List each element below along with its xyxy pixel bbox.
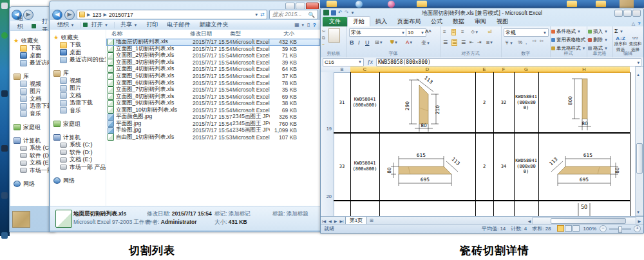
bold-button[interactable]: B: [350, 39, 354, 46]
fill-color-button[interactable]: ⛊▼: [390, 39, 398, 46]
normal-view-icon[interactable]: [557, 225, 564, 232]
cell-C19[interactable]: KWD58041(800x800): [352, 72, 378, 133]
desktop-icon[interactable]: [1, 90, 8, 97]
wrap-text-icon[interactable]: ⏎: [488, 29, 492, 35]
sidebar-item-share[interactable]: 市场一部 产品组（专用）: [10, 167, 55, 175]
align-middle-icon[interactable]: ≡: [451, 29, 456, 35]
formula-expand-icon[interactable]: ▼: [637, 60, 639, 65]
row-header-21[interactable]: [321, 201, 334, 216]
help-icon[interactable]: ?: [313, 22, 317, 28]
paste-button[interactable]: [328, 28, 340, 43]
view-options-icon[interactable]: ▦ ▼: [294, 22, 305, 28]
sidebar-group-computer[interactable]: 计算机: [10, 137, 55, 145]
autosum-button[interactable]: Σ ▼: [614, 28, 623, 34]
scroll-up-icon[interactable]: ▲: [636, 73, 640, 77]
column-header-name[interactable]: 名称: [106, 30, 190, 38]
zoom-level[interactable]: 100%: [583, 226, 596, 232]
address-bar[interactable]: ▶ 123 ▶ 20150717 ▼ ⇄: [77, 10, 267, 19]
close-button[interactable]: [632, 10, 641, 17]
tab-view[interactable]: 视图: [491, 17, 513, 26]
merge-center-icon[interactable]: ⧈▼: [486, 39, 493, 46]
hscroll-right-icon[interactable]: ▶: [636, 219, 643, 223]
orientation-icon[interactable]: ⟐▼: [471, 29, 478, 35]
sidebar-group-network[interactable]: 网络: [10, 180, 55, 188]
zoom-slider[interactable]: [609, 228, 631, 230]
last-sheet-icon[interactable]: ▶|: [338, 219, 345, 223]
desktop-icon[interactable]: [1, 232, 8, 239]
increase-decimal-icon[interactable]: ⁺⁰: [532, 39, 536, 45]
help-icon[interactable]: ?: [636, 21, 643, 26]
row-header-20[interactable]: 20: [321, 133, 334, 201]
align-bottom-icon[interactable]: ≡: [461, 29, 464, 35]
formula-input[interactable]: KWB58058(800x800)▼: [376, 58, 641, 66]
column-header-date[interactable]: 修改日期: [190, 30, 230, 38]
cell-C20[interactable]: KWD58041(800x800): [352, 133, 378, 200]
minimize-ribbon-icon[interactable]: △: [630, 21, 636, 26]
page-break-view-icon[interactable]: [573, 225, 580, 232]
insert-worksheet-icon[interactable]: ⊞: [367, 218, 376, 223]
sidebar-item-music[interactable]: 音乐: [10, 110, 55, 118]
column-header-type[interactable]: 类型: [230, 30, 267, 38]
tab-page-layout[interactable]: 页面布局: [392, 17, 426, 26]
sidebar-item-recent[interactable]: 最近访问的位置: [10, 59, 55, 67]
decrease-decimal-icon[interactable]: ⁰⁺: [540, 39, 544, 45]
grow-font-icon[interactable]: A˄: [425, 28, 431, 34]
refresh-icon[interactable]: ⇄: [260, 12, 265, 17]
search-input[interactable]: 搜索 2015... 🔍: [269, 10, 318, 19]
taskbar-folder-icon[interactable]: [417, 1, 427, 7]
tab-formulas[interactable]: 公式: [426, 17, 448, 26]
cell-G20[interactable]: KWD58041(800x800): [515, 133, 537, 200]
percent-icon[interactable]: %: [518, 39, 522, 45]
sidebar-group-network[interactable]: 网络: [50, 177, 106, 185]
print-button[interactable]: 打印: [143, 20, 161, 30]
sidebar-item-recent[interactable]: 最近访问的位置: [50, 56, 106, 64]
delete-cells-button[interactable]: 删除▼: [588, 37, 608, 43]
taskbar-folder-icon[interactable]: [567, 1, 577, 7]
table-row[interactable]: 自由图_1切割砖列表.xls2015/7/17 15:53Microsoft E…: [106, 134, 320, 141]
address-dropdown-icon[interactable]: ▼: [254, 13, 258, 17]
phonetic-button[interactable]: 变▼: [421, 39, 430, 46]
sidebar-group-libraries[interactable]: 库: [50, 70, 106, 77]
sidebar-group-homegroup[interactable]: 家庭组: [50, 120, 106, 128]
insert-cells-button[interactable]: 插入▼: [588, 28, 608, 35]
taskbar-browser-icon[interactable]: [355, 1, 363, 8]
desktop-icon[interactable]: [1, 32, 8, 39]
scrollbar-thumb[interactable]: [636, 143, 643, 174]
details-title-value[interactable]: 添加标题: [287, 210, 308, 217]
cell-G19[interactable]: KWD58041(800x800): [515, 72, 537, 133]
open-button[interactable]: 打开 ▼: [88, 20, 111, 30]
cell-B19[interactable]: 31: [334, 72, 350, 133]
back-icon[interactable]: ◀: [52, 10, 62, 20]
sidebar-item-music[interactable]: 音乐: [50, 107, 106, 115]
name-box[interactable]: C16▼: [323, 58, 364, 66]
zoom-out-icon[interactable]: −: [600, 225, 607, 232]
tab-data[interactable]: 数据: [448, 17, 469, 26]
explorer-titlebar[interactable]: [50, 1, 321, 9]
explorer-window[interactable]: ◀ ▶ ▶ 123 ▶ 20150717 ▼ ⇄ 搜索 2015... 🔍 组织…: [49, 1, 321, 232]
copy-icon[interactable]: ⧉: [322, 35, 325, 41]
tab-insert[interactable]: 插入: [370, 17, 392, 26]
cell-F20[interactable]: 34: [493, 133, 514, 200]
excel-window[interactable]: ↶ ↷ ▼ 地面层切割砖列表.xls [兼容模式] - Microsoft Ex…: [320, 8, 644, 234]
hscroll-left-icon[interactable]: ◀: [527, 219, 533, 223]
format-painter-icon[interactable]: ⌁: [322, 42, 325, 47]
tab-review[interactable]: 审阅: [469, 17, 491, 26]
taskbar-app-icon[interactable]: [388, 1, 395, 8]
cell-E19[interactable]: 2: [475, 72, 493, 133]
conditional-formatting-button[interactable]: 条件格式▼: [551, 28, 581, 35]
minimize-button[interactable]: [614, 10, 623, 17]
prev-sheet-icon[interactable]: ◀: [327, 219, 333, 223]
desktop-icon[interactable]: [1, 192, 8, 199]
scrollbar-thumb[interactable]: [551, 218, 626, 224]
cut-icon[interactable]: ✂: [322, 29, 326, 34]
cell-B20[interactable]: 33: [334, 133, 350, 200]
align-right-icon[interactable]: ☰: [461, 39, 466, 45]
restore-button[interactable]: [623, 10, 632, 17]
scroll-down-icon[interactable]: ▼: [636, 210, 640, 214]
tab-file[interactable]: 文件: [323, 17, 347, 26]
preview-pane-icon[interactable]: ▯: [307, 22, 310, 28]
sidebar-group-libraries[interactable]: 库: [10, 73, 55, 81]
sidebar-group-favorites[interactable]: ★收藏夹: [10, 37, 55, 45]
border-button[interactable]: ⊞▼: [375, 39, 383, 45]
comma-icon[interactable]: ,: [526, 39, 527, 45]
